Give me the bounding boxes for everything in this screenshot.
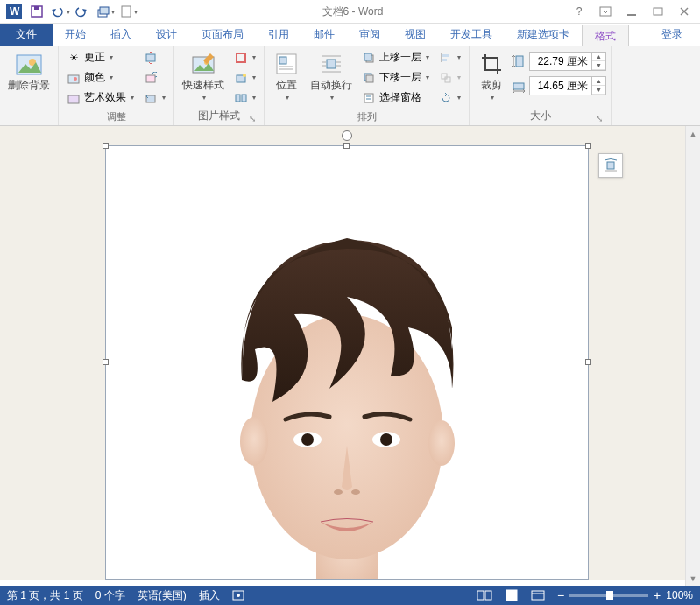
change-picture-icon — [144, 71, 158, 85]
help-icon[interactable]: ? — [567, 3, 591, 20]
svg-rect-71 — [532, 591, 544, 600]
handle-tr[interactable] — [585, 143, 591, 149]
brightness-icon: ☀ — [67, 51, 81, 65]
zoom-thumb[interactable] — [606, 591, 613, 600]
rotate-handle[interactable] — [342, 130, 352, 141]
width-down[interactable]: ▼ — [592, 86, 605, 95]
group-label-size: 大小⤡ — [474, 107, 606, 125]
width-spinner[interactable]: ▲▼ — [529, 76, 606, 95]
compress-icon — [144, 51, 158, 65]
maximize-icon[interactable] — [646, 3, 670, 20]
title-bar: W ▾ ▾ ▾ 文档6 - Word ? — [0, 0, 700, 24]
wrap-text-button[interactable]: 自动换行▾ — [307, 48, 356, 105]
view-web-icon[interactable] — [531, 589, 545, 601]
quick-styles-icon — [189, 50, 217, 78]
remove-background-button[interactable]: 删除背景 — [4, 48, 53, 93]
tab-format[interactable]: 格式 — [582, 25, 629, 46]
new-doc-icon[interactable]: ▾ — [117, 2, 138, 21]
group-button[interactable]: ▾ — [435, 68, 464, 87]
tab-developer[interactable]: 开发工具 — [438, 24, 505, 46]
height-input[interactable] — [530, 55, 591, 67]
tab-layout[interactable]: 页面布局 — [189, 24, 256, 46]
picture-effects-button[interactable]: ▾ — [230, 68, 259, 87]
macro-icon[interactable] — [232, 590, 244, 601]
scroll-up-icon[interactable]: ▲ — [686, 126, 700, 141]
align-button[interactable]: ▾ — [435, 48, 464, 67]
zoom-level[interactable]: 100% — [666, 589, 693, 601]
tab-file[interactable]: 文件 — [0, 24, 53, 46]
dialog-launcher-icon[interactable]: ⤡ — [247, 113, 258, 123]
picture-layout-button[interactable]: ▾ — [230, 88, 259, 107]
svg-point-15 — [74, 77, 77, 81]
status-words[interactable]: 0 个字 — [95, 588, 125, 603]
change-picture-button[interactable] — [140, 68, 169, 87]
bring-forward-button[interactable]: 上移一层▾ — [358, 48, 433, 67]
quick-styles-button[interactable]: 快速样式▾ — [179, 48, 228, 105]
tab-mailings[interactable]: 邮件 — [301, 24, 347, 46]
height-down[interactable]: ▼ — [592, 61, 605, 70]
position-button[interactable]: 位置▾ — [269, 48, 304, 105]
compress-pictures-button[interactable] — [140, 48, 169, 67]
svg-rect-26 — [242, 95, 246, 102]
zoom-slider[interactable] — [569, 594, 648, 597]
height-spinner[interactable]: ▲▼ — [529, 52, 606, 71]
svg-rect-31 — [327, 60, 336, 68]
svg-rect-6 — [122, 6, 131, 17]
zoom-in-button[interactable]: + — [654, 588, 661, 602]
tab-home[interactable]: 开始 — [53, 24, 98, 46]
window-controls: ? — [567, 3, 696, 20]
send-backward-button[interactable]: 下移一层▾ — [358, 68, 433, 87]
save-icon[interactable] — [26, 2, 47, 21]
status-language[interactable]: 英语(美国) — [138, 588, 187, 603]
tab-custom[interactable]: 新建选项卡 — [505, 24, 582, 46]
width-icon — [512, 79, 526, 93]
width-input[interactable] — [530, 80, 591, 92]
svg-rect-7 — [600, 7, 611, 16]
corrections-button[interactable]: ☀更正▾ — [63, 48, 138, 67]
word-icon[interactable]: W — [4, 2, 25, 21]
rotate-button[interactable]: ▾ — [435, 88, 464, 107]
zoom-out-button[interactable]: − — [557, 588, 564, 602]
ribbon-options-icon[interactable] — [593, 3, 618, 20]
width-up[interactable]: ▲ — [592, 77, 605, 86]
crop-button[interactable]: 裁剪▾ — [474, 48, 509, 105]
selection-pane-button[interactable]: 选择窗格 — [358, 88, 433, 107]
status-page[interactable]: 第 1 页，共 1 页 — [7, 588, 83, 603]
ribbon: 删除背景 ☀更正▾ 颜色▾ 艺术效果▾ ▾ 调整 快速样式▾ — [0, 46, 700, 126]
vertical-scrollbar[interactable]: ▲ ▼ — [685, 126, 700, 586]
qat-btn-1[interactable]: ▾ — [95, 2, 116, 21]
layout-options-button[interactable] — [598, 153, 623, 178]
svg-rect-48 — [442, 74, 447, 79]
undo-icon[interactable]: ▾ — [49, 2, 70, 21]
height-up[interactable]: ▲ — [592, 53, 605, 61]
height-icon — [512, 54, 526, 68]
tab-design[interactable]: 设计 — [144, 24, 189, 46]
tab-review[interactable]: 审阅 — [347, 24, 392, 46]
handle-tl[interactable] — [103, 143, 109, 149]
view-print-icon[interactable] — [505, 589, 519, 601]
color-button[interactable]: 颜色▾ — [63, 68, 138, 87]
border-icon — [234, 51, 248, 65]
close-icon[interactable] — [672, 3, 696, 20]
quick-access-toolbar: W ▾ ▾ ▾ — [4, 2, 138, 21]
redo-icon[interactable] — [72, 2, 93, 21]
picture-border-button[interactable]: ▾ — [230, 48, 259, 67]
view-read-icon[interactable] — [477, 589, 492, 601]
tab-insert[interactable]: 插入 — [98, 24, 144, 46]
status-mode[interactable]: 插入 — [199, 588, 220, 603]
artistic-effects-button[interactable]: 艺术效果▾ — [63, 88, 138, 107]
svg-rect-49 — [445, 77, 450, 82]
svg-point-24 — [243, 74, 246, 77]
handle-tm[interactable] — [343, 143, 350, 149]
scroll-down-icon[interactable]: ▼ — [686, 571, 700, 586]
tab-view[interactable]: 视图 — [392, 24, 438, 46]
handle-ml[interactable] — [103, 359, 109, 365]
reset-picture-button[interactable]: ▾ — [140, 88, 169, 107]
dialog-launcher-size-icon[interactable]: ⤡ — [594, 113, 605, 123]
group-icon — [439, 71, 453, 85]
tab-references[interactable]: 引用 — [256, 24, 301, 46]
handle-mr[interactable] — [585, 359, 591, 365]
login-link[interactable]: 登录 — [649, 24, 695, 46]
minimize-icon[interactable] — [619, 3, 644, 20]
backward-icon — [362, 71, 376, 85]
